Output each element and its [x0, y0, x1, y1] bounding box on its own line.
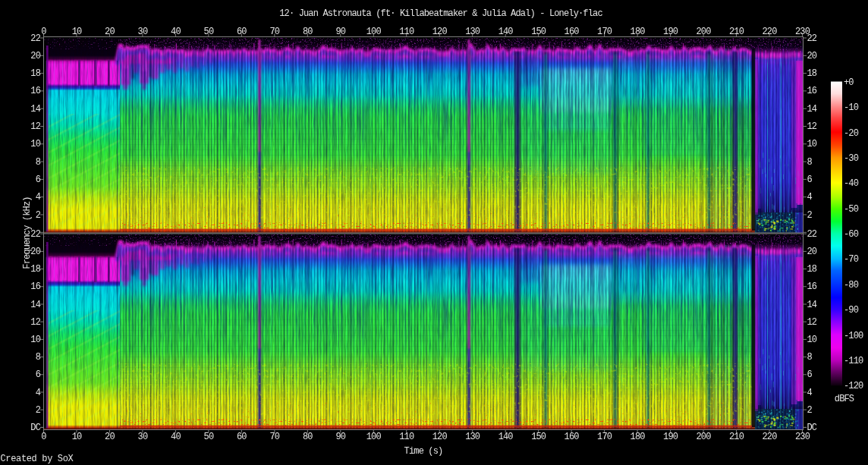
svg-text:180: 180 — [631, 27, 646, 37]
svg-text:100: 100 — [366, 27, 382, 37]
svg-text:20: 20 — [105, 432, 115, 442]
svg-text:8: 8 — [36, 157, 41, 168]
svg-text:90: 90 — [335, 27, 345, 37]
svg-text:6: 6 — [36, 174, 41, 185]
svg-text:14: 14 — [30, 104, 40, 115]
svg-text:140: 140 — [498, 432, 514, 442]
svg-text:-70: -70 — [844, 254, 859, 265]
svg-text:80: 80 — [303, 432, 313, 442]
svg-text:4: 4 — [807, 192, 813, 203]
svg-text:110: 110 — [399, 27, 414, 37]
svg-text:230: 230 — [795, 432, 810, 442]
svg-text:8: 8 — [807, 352, 813, 363]
svg-text:14: 14 — [30, 300, 40, 310]
svg-text:170: 170 — [597, 27, 612, 37]
svg-text:dBFS: dBFS — [835, 394, 854, 404]
svg-text:12: 12 — [807, 317, 817, 328]
svg-text:4: 4 — [36, 388, 41, 398]
svg-text:2: 2 — [36, 210, 41, 221]
svg-text:22: 22 — [807, 229, 817, 240]
svg-text:-50: -50 — [844, 204, 859, 215]
svg-text:10: 10 — [72, 432, 82, 442]
svg-text:DC: DC — [30, 423, 40, 433]
svg-text:40: 40 — [171, 432, 181, 442]
svg-text:120: 120 — [432, 27, 448, 37]
svg-text:0: 0 — [41, 432, 46, 442]
svg-text:210: 210 — [729, 432, 744, 442]
svg-text:-40: -40 — [844, 178, 859, 189]
svg-text:10: 10 — [30, 335, 40, 345]
svg-text:160: 160 — [565, 27, 580, 37]
svg-text:110: 110 — [399, 432, 414, 442]
svg-text:2: 2 — [36, 405, 41, 416]
svg-text:50: 50 — [204, 432, 214, 442]
svg-text:0: 0 — [41, 27, 46, 37]
svg-text:6: 6 — [36, 369, 41, 380]
svg-text:2: 2 — [807, 210, 813, 221]
svg-text:-60: -60 — [844, 229, 859, 240]
svg-text:130: 130 — [465, 432, 480, 442]
svg-text:130: 130 — [465, 27, 480, 37]
svg-text:16: 16 — [30, 86, 40, 96]
svg-text:190: 190 — [663, 432, 678, 442]
svg-text:210: 210 — [729, 27, 744, 37]
svg-text:-100: -100 — [844, 331, 863, 341]
svg-text:200: 200 — [697, 27, 712, 37]
svg-text:120: 120 — [432, 432, 448, 442]
svg-text:-20: -20 — [844, 128, 859, 139]
svg-text:140: 140 — [498, 27, 514, 37]
svg-text:40: 40 — [171, 27, 181, 37]
svg-text:220: 220 — [762, 27, 777, 37]
svg-text:10: 10 — [30, 139, 40, 149]
svg-text:Frequency (kHz): Frequency (kHz) — [22, 196, 33, 269]
svg-text:-10: -10 — [844, 102, 859, 113]
svg-text:22: 22 — [807, 33, 817, 44]
svg-text:8: 8 — [807, 157, 813, 168]
svg-text:14: 14 — [807, 300, 817, 310]
svg-text:-30: -30 — [844, 153, 859, 164]
svg-text:12: 12 — [807, 121, 817, 132]
svg-text:14: 14 — [807, 104, 817, 115]
svg-text:60: 60 — [237, 27, 247, 37]
svg-text:6: 6 — [807, 174, 813, 185]
svg-text:Created by SoX: Created by SoX — [1, 454, 74, 464]
svg-text:90: 90 — [335, 432, 345, 442]
svg-text:80: 80 — [303, 27, 313, 37]
svg-text:22: 22 — [30, 33, 40, 44]
svg-text:10: 10 — [807, 139, 817, 149]
svg-text:20: 20 — [105, 27, 115, 37]
svg-text:200: 200 — [697, 432, 712, 442]
svg-text:20: 20 — [807, 247, 817, 257]
svg-text:190: 190 — [663, 27, 678, 37]
svg-text:12: 12 — [30, 317, 40, 328]
svg-text:10: 10 — [807, 335, 817, 345]
svg-text:-120: -120 — [844, 381, 863, 391]
svg-text:20: 20 — [30, 51, 40, 61]
svg-text:60: 60 — [237, 432, 247, 442]
svg-text:160: 160 — [565, 432, 580, 442]
svg-text:4: 4 — [807, 388, 813, 398]
svg-text:Time (s): Time (s) — [404, 446, 443, 457]
svg-text:2: 2 — [807, 405, 813, 416]
svg-text:6: 6 — [807, 369, 813, 380]
svg-text:DC: DC — [807, 423, 817, 433]
svg-text:12: 12 — [30, 121, 40, 132]
svg-text:100: 100 — [366, 432, 382, 442]
svg-text:16: 16 — [807, 281, 817, 292]
svg-text:170: 170 — [597, 432, 612, 442]
svg-text:30: 30 — [138, 432, 148, 442]
svg-text:-110: -110 — [844, 356, 863, 366]
svg-text:180: 180 — [631, 432, 646, 442]
svg-text:20: 20 — [807, 51, 817, 61]
svg-text:12· Juan Astronauta (ft· Killa: 12· Juan Astronauta (ft· Killabeatmaker … — [279, 8, 602, 19]
svg-text:150: 150 — [531, 432, 546, 442]
svg-text:10: 10 — [72, 27, 82, 37]
svg-text:18: 18 — [807, 264, 817, 275]
svg-text:16: 16 — [807, 86, 817, 96]
svg-text:50: 50 — [204, 27, 214, 37]
svg-text:18: 18 — [807, 68, 817, 79]
svg-text:30: 30 — [138, 27, 148, 37]
svg-text:70: 70 — [269, 27, 279, 37]
svg-text:4: 4 — [36, 192, 41, 203]
svg-text:18: 18 — [30, 68, 40, 79]
